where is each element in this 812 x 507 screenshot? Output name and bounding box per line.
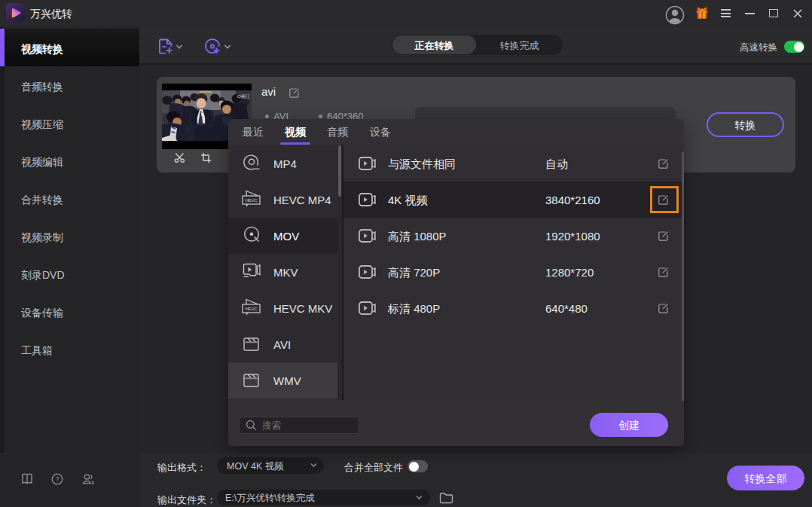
svg-text:HEVC: HEVC: [245, 197, 258, 203]
svg-text:HEVC: HEVC: [245, 306, 258, 311]
svg-text:?: ?: [55, 475, 59, 483]
svg-text:ⵙ画江: ⵙ画江: [237, 94, 250, 99]
